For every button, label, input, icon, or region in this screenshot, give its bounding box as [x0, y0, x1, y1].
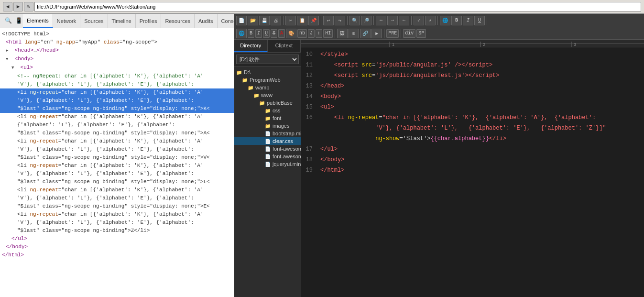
code-line-14: 14 <body>	[301, 91, 644, 102]
folder-icon: 📁	[253, 93, 259, 98]
underline-label[interactable]: U	[263, 29, 270, 38]
tree-item-d[interactable]: 📁 D:\	[234, 68, 301, 76]
browser-nav: ◀ ▶ ↻	[0, 0, 644, 13]
sp-label[interactable]: SP	[416, 29, 426, 38]
address-bar[interactable]	[34, 2, 641, 11]
color-picker-button[interactable]: 🎨	[286, 29, 296, 38]
cut-button[interactable]: ✂	[285, 16, 296, 25]
dom-line: </html>	[0, 251, 234, 259]
tree-item-jqueryui[interactable]: 📄 jqueryui.min.css	[234, 160, 301, 168]
tab-directory[interactable]: Directory	[234, 40, 268, 52]
italic-button[interactable]: I	[463, 16, 473, 25]
folder-icon: 📁	[259, 100, 265, 106]
line-number: 14	[301, 92, 320, 101]
file-icon: 📄	[265, 146, 271, 152]
tree-item-images[interactable]: 📁 images	[234, 122, 301, 130]
tab-audits[interactable]: Audits	[195, 14, 218, 28]
separator	[347, 16, 348, 25]
line-number: 19	[301, 165, 320, 175]
browser-preview-button[interactable]: 🌐	[440, 16, 450, 25]
nav-forward-button[interactable]: ▶	[13, 2, 23, 11]
dom-line: "$last" class="ng-scope ng-binding">Z</l…	[0, 227, 234, 235]
space-label[interactable]: ↕	[316, 29, 322, 38]
save-button[interactable]: 💾	[259, 16, 270, 25]
nb-label[interactable]: nb	[297, 29, 307, 38]
open-file-button[interactable]: 📂	[248, 16, 258, 25]
tree-item-label: D:\	[244, 69, 251, 75]
browser-button[interactable]: 🌐	[236, 29, 247, 38]
image-button[interactable]: 🖼	[337, 29, 348, 38]
replace-button[interactable]: 🔎	[361, 16, 371, 25]
paste-button[interactable]: 📌	[308, 16, 319, 25]
tree-item-css[interactable]: 📁 css	[234, 107, 301, 114]
pre-label[interactable]: PRE	[386, 29, 399, 38]
nav-refresh-button[interactable]: ↻	[24, 2, 33, 11]
dom-line: <li ng-repeat="char in [{'alphabet': 'K'…	[0, 210, 234, 219]
editor-toolbar1: 📄 📂 💾 🖨 ✂ 📋 📌 ↩ ↪ 🔍 🔎 ↔ → ← ✓ ⚡ 🌐 B I	[234, 14, 644, 27]
line-content: <li ng-repeat="char in [{'alphabet': 'K'…	[320, 113, 596, 122]
bold-label[interactable]: B	[248, 29, 254, 38]
separator	[437, 16, 438, 25]
underline-button[interactable]: U	[474, 16, 485, 25]
tree-item-clear[interactable]: 📄 clear.css	[234, 137, 301, 145]
editor-right: 1 2 3 4 10 </style>	[301, 40, 644, 297]
color-label[interactable]: A	[278, 29, 285, 38]
find-button[interactable]: 🔍	[349, 16, 360, 25]
tree-item-font-awesome-ie7[interactable]: 📄 font-awesome-ie7.min...	[234, 153, 301, 160]
tree-item-publicbase[interactable]: 📁 publicBase	[234, 99, 301, 107]
tab-timeline[interactable]: Timeline	[108, 14, 136, 28]
tab-resources[interactable]: Resources	[161, 14, 195, 28]
tree-item-font-awesome[interactable]: 📄 font-awesome.min.css	[234, 145, 301, 153]
tab-elements[interactable]: Elements	[23, 14, 53, 28]
code-line-11: 11 <script src='js/public/angular.js' />…	[301, 60, 644, 70]
tree-item-wamp[interactable]: 📁 wamp	[234, 84, 301, 91]
inspect-icon[interactable]: 🔍	[4, 17, 12, 25]
separator	[283, 16, 284, 25]
tab-cliptext[interactable]: Cliptext	[268, 40, 301, 52]
new-file-button[interactable]: 📄	[236, 16, 247, 25]
strikethrough-label[interactable]: S	[271, 29, 277, 38]
tree-item-www[interactable]: 📁 www	[234, 91, 301, 99]
format-button[interactable]: ↔	[376, 16, 386, 25]
line-content: ng-show='$last'>{{char.alphabet}}</li>	[320, 134, 506, 143]
link-button[interactable]: 🔗	[360, 29, 371, 38]
hi-label[interactable]: HI	[323, 29, 333, 38]
tree-item-font[interactable]: 📁 font	[234, 114, 301, 122]
outdent-button[interactable]: ←	[399, 16, 409, 25]
line-content: <body>	[320, 92, 341, 101]
svg-text:3: 3	[574, 42, 576, 47]
bold-button[interactable]: B	[451, 16, 462, 25]
dom-line: <li ng-repeat="char in [{'alphabet': 'K'…	[0, 162, 234, 170]
tab-sources[interactable]: Sources	[80, 14, 108, 28]
tree-item-programweb[interactable]: 📁 ProgramWeb	[234, 76, 301, 84]
drive-select[interactable]: [D:] 软件	[236, 55, 299, 64]
browser-chrome: ◀ ▶ ↻	[0, 0, 644, 14]
tab-profiles[interactable]: Profiles	[136, 14, 162, 28]
line-number: 13	[301, 81, 320, 91]
tree-item-bootstrap[interactable]: 📄 bootstrap.min.css	[234, 130, 301, 137]
check-button[interactable]: ✓	[414, 16, 424, 25]
media-button[interactable]: ▶	[371, 29, 382, 38]
redo-button[interactable]: ↪	[335, 16, 345, 25]
j-label[interactable]: J	[308, 29, 315, 38]
svg-text:2: 2	[483, 42, 485, 47]
table-button[interactable]: ⊞	[349, 29, 359, 38]
copy-button[interactable]: 📋	[297, 16, 307, 25]
code-line-16a: 16 <li ng-repeat="char in [{'alphabet': …	[301, 112, 644, 123]
tab-console[interactable]: Console	[218, 14, 234, 28]
div-label[interactable]: div	[403, 29, 415, 38]
editor-toolbar2: 🌐 B I U S A 🎨 nb J ↕ HI 🖼 ⊞ 🔗 ▶ PRE div …	[234, 27, 644, 40]
tab-network[interactable]: Network	[53, 14, 80, 28]
validate-button[interactable]: ⚡	[425, 16, 436, 25]
device-icon[interactable]: 📱	[14, 17, 23, 25]
dom-line: 'V'}, {'alphabet': 'L'}, {'alphabet': 'E…	[0, 219, 234, 227]
tree-item-label: font-awesome.min.css	[273, 146, 301, 152]
file-icon: 📄	[265, 162, 271, 167]
nav-back-button[interactable]: ◀	[3, 2, 12, 11]
italic-label[interactable]: I	[255, 29, 262, 38]
indent-button[interactable]: →	[387, 16, 398, 25]
print-button[interactable]: 🖨	[271, 16, 281, 25]
undo-button[interactable]: ↩	[323, 16, 334, 25]
line-number: 11	[301, 60, 320, 70]
line-content: </ul>	[320, 144, 338, 154]
